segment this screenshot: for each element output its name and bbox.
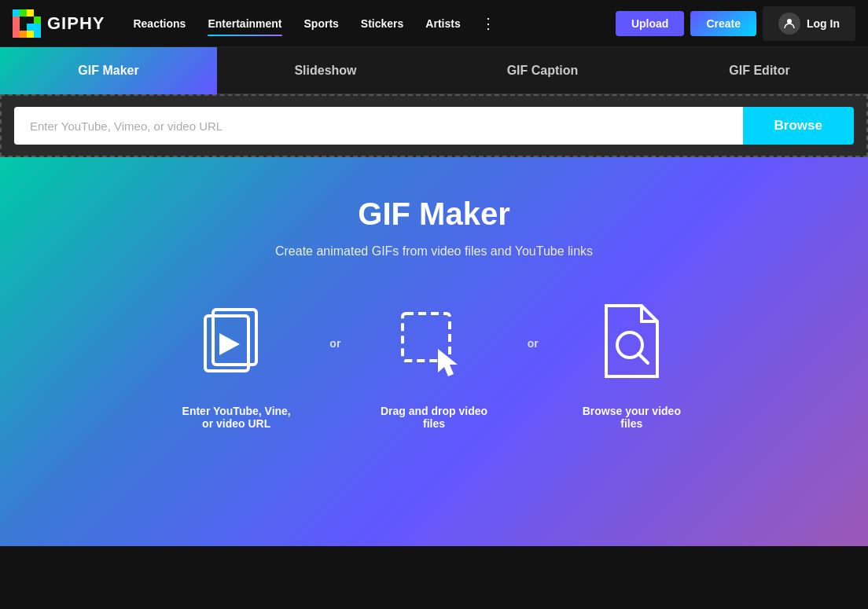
svg-rect-7 (27, 31, 34, 38)
create-button[interactable]: Create (690, 11, 756, 36)
login-button[interactable]: Log In (763, 6, 855, 41)
main-subtitle: Create animated GIFs from video files an… (275, 244, 593, 259)
svg-rect-2 (27, 9, 34, 17)
url-input[interactable] (14, 107, 743, 145)
svg-line-18 (638, 354, 648, 363)
or-2: or (512, 337, 554, 350)
tab-gif-maker[interactable]: GIF Maker (0, 47, 217, 94)
svg-marker-14 (219, 333, 240, 355)
nav-right: Upload Create Log In (616, 6, 855, 41)
navbar: GIPHY Reactions Entertainment Sports Sti… (0, 0, 868, 47)
browse-files-icon (584, 298, 679, 392)
user-icon (778, 13, 800, 35)
more-menu-icon[interactable]: ⋮ (473, 10, 503, 37)
nav-links: Reactions Entertainment Sports Stickers … (123, 10, 615, 37)
main-content: GIF Maker Create animated GIFs from vide… (0, 157, 868, 546)
svg-rect-1 (20, 9, 27, 17)
video-url-label: Enter YouTube, Vine, or video URL (182, 405, 292, 430)
or-1: or (314, 337, 356, 350)
url-bar-area: Browse (0, 94, 868, 157)
svg-rect-5 (13, 31, 20, 38)
browse-files-option: Browse your video files (554, 298, 709, 430)
drag-drop-icon (387, 298, 481, 392)
video-url-option: Enter YouTube, Vine, or video URL (159, 298, 314, 430)
browse-button[interactable]: Browse (743, 107, 854, 145)
svg-rect-9 (34, 24, 41, 38)
tabs: GIF Maker Slideshow GIF Caption GIF Edit… (0, 47, 868, 94)
drag-drop-option: Drag and drop video files (356, 298, 511, 430)
nav-reactions[interactable]: Reactions (123, 13, 195, 35)
svg-rect-4 (13, 24, 20, 31)
tab-gif-caption[interactable]: GIF Caption (434, 47, 651, 94)
nav-stickers[interactable]: Stickers (351, 13, 413, 35)
svg-rect-0 (13, 9, 20, 17)
logo-text: GIPHY (47, 13, 105, 34)
tab-gif-editor[interactable]: GIF Editor (651, 47, 868, 94)
svg-rect-10 (27, 24, 34, 31)
svg-point-11 (787, 19, 792, 24)
url-bar-inner: Browse (14, 107, 854, 145)
video-file-icon (189, 298, 284, 392)
upload-button[interactable]: Upload (616, 11, 684, 36)
svg-rect-8 (34, 17, 41, 24)
nav-artists[interactable]: Artists (416, 13, 469, 35)
drag-drop-label: Drag and drop video files (379, 405, 489, 430)
login-label: Log In (807, 17, 840, 30)
icons-row: Enter YouTube, Vine, or video URL or Dra… (159, 298, 709, 430)
svg-marker-16 (438, 349, 458, 376)
logo[interactable]: GIPHY (13, 9, 105, 38)
main-title: GIF Maker (358, 196, 509, 232)
svg-rect-3 (13, 17, 20, 24)
svg-rect-6 (20, 31, 27, 38)
nav-sports[interactable]: Sports (295, 13, 348, 35)
browse-files-label: Browse your video files (576, 405, 686, 430)
tab-slideshow[interactable]: Slideshow (217, 47, 434, 94)
nav-entertainment[interactable]: Entertainment (198, 13, 291, 35)
